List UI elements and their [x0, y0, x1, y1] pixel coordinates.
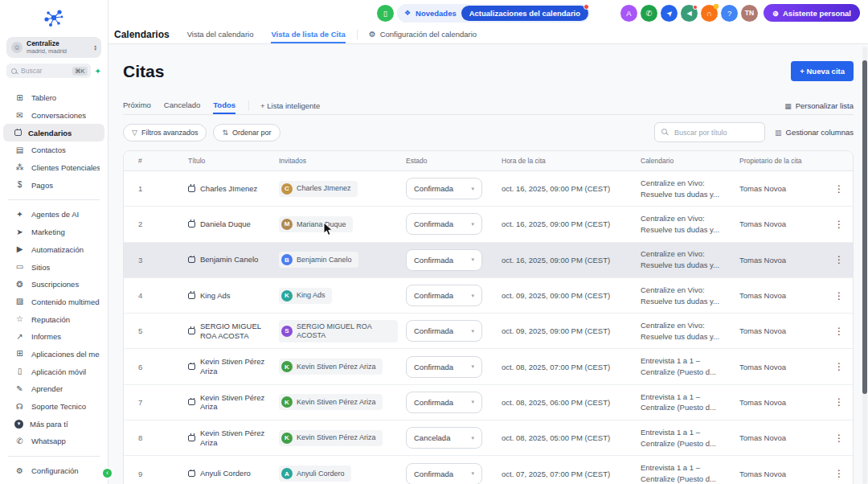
smart-list-button[interactable]: + Lista inteligente [260, 97, 320, 114]
appointment-title-cell[interactable]: Daniela Duque [188, 219, 279, 229]
account-switcher[interactable]: ☺ Centralize madrid, madrid ▴▾ [6, 37, 101, 58]
calendar-name: Centralize en Vivo:Resuelve tus dudas y.… [641, 248, 739, 271]
appointment-title-cell[interactable]: Anyuli Cordero [188, 469, 279, 478]
appointment-title-cell[interactable]: Kevin Stiven Pérez Ariza [188, 429, 279, 448]
invitee-chip[interactable]: SSERGIO MIGUEL ROA ACOSTA [279, 320, 398, 342]
sidebar-item-sitios[interactable]: ▭Sitios [3, 258, 104, 276]
sidebar-item-m-s-para-t[interactable]: ▾Más para tí [3, 415, 104, 433]
appointment-title-cell[interactable]: Charles JImenez [188, 184, 279, 194]
status-select[interactable]: Cancelada▾ [406, 427, 482, 449]
advanced-filters-button[interactable]: ▽ Filtros avanzados [123, 124, 207, 142]
appointments-table: #TítuloInvitadosEstadoHora de la citaCal… [123, 150, 854, 484]
sidebar-item-informes[interactable]: ↗Informes [3, 328, 104, 346]
invitee-chip[interactable]: KKevin Stiven Pérez Ariza [279, 394, 383, 410]
tab-calendar-settings[interactable]: ⚙ Configuración del calendario [369, 26, 477, 43]
sidebar-item-automatizaci-n[interactable]: ▶Automatización [3, 241, 104, 259]
status-select[interactable]: Confirmada▾ [406, 320, 482, 342]
tab-all[interactable]: Todos [213, 97, 235, 114]
appointment-title-cell[interactable]: Kevin Stiven Pérez Ariza [188, 393, 279, 412]
row-menu-button[interactable]: ⋮ [829, 290, 854, 301]
appointment-title-cell[interactable]: Kevin Stiven Pérez Ariza [188, 357, 279, 376]
scrollbar-thumb[interactable] [862, 60, 867, 394]
tab-appointment-list-view[interactable]: Vista de lista de Cita [271, 26, 345, 43]
sidebar-item-calendarios[interactable]: Calendarios [3, 124, 104, 142]
top-header: ▯ ❖ Novedades Actualizaciones del calend… [108, 0, 868, 26]
sidebar-collapse-button[interactable]: ‹ [101, 467, 113, 479]
row-menu-button[interactable]: ⋮ [829, 219, 854, 230]
invitee-avatar: K [281, 433, 293, 444]
row-menu-button[interactable]: ⋮ [829, 183, 854, 195]
invitee-chip[interactable]: KKevin Stiven Pérez Ariza [279, 359, 383, 375]
status-select[interactable]: Confirmada▾ [406, 392, 482, 413]
rocket-icon[interactable]: ➤ [661, 5, 678, 22]
invitee-chip[interactable]: KKevin Stiven Pérez Ariza [279, 430, 383, 446]
tab-upcoming[interactable]: Próximo [123, 97, 151, 114]
status-select[interactable]: Confirmada▾ [406, 249, 482, 271]
whats-new-button[interactable]: ❖ Novedades Actualizaciones del calendar… [397, 4, 590, 23]
megaphone-icon[interactable]: ◀ [681, 5, 698, 22]
sidebar-item-soporte-tecnico[interactable]: ☊Soporte Tecnico [3, 398, 104, 416]
invitee-chip[interactable]: MMariana Duque [279, 216, 353, 232]
status-select[interactable]: Confirmada▾ [406, 285, 482, 306]
mobile-preview-icon[interactable]: ▯ [377, 5, 394, 22]
new-appointment-button[interactable]: + Nueva cita [791, 61, 854, 81]
row-menu-button[interactable]: ⋮ [829, 254, 854, 265]
row-menu-button[interactable]: ⋮ [829, 468, 854, 479]
sidebar-item-aprender[interactable]: ✎Aprender [3, 380, 104, 398]
invitee-name: Mariana Duque [297, 220, 346, 229]
sidebar-item-marketing[interactable]: ➤Marketing [3, 224, 104, 241]
sidebar-item-tablero[interactable]: ⊞Tablero [3, 89, 104, 107]
sidebar-item-pagos[interactable]: $Pagos [3, 176, 104, 194]
status-select[interactable]: Confirmada▾ [406, 178, 482, 199]
row-menu-button[interactable]: ⋮ [829, 326, 854, 337]
sidebar-item-configuraci-n[interactable]: ⚙Configuración [3, 462, 104, 480]
tab-cancelled[interactable]: Cancelado [164, 97, 200, 114]
sort-by-button[interactable]: ⇅ Ordenar por [213, 124, 280, 142]
phone-icon[interactable]: ✆ [641, 5, 657, 22]
appointment-title-cell[interactable]: King Ads [188, 291, 279, 301]
sidebar-item-reputaci-n[interactable]: ☆Reputación [3, 310, 104, 328]
sidebar-item-aplicaci-n-m-vil[interactable]: ▯Aplicación móvil [3, 363, 104, 380]
filter-icon: ▽ [132, 129, 137, 137]
status-select[interactable]: Confirmada▾ [406, 463, 482, 484]
app-logo-icon[interactable] [0, 0, 108, 35]
row-menu-button[interactable]: ⋮ [829, 361, 854, 372]
sidebar-item-agentes-de-ai[interactable]: ✦Agentes de AI [3, 206, 104, 224]
appointment-title-cell[interactable]: SERGIO MIGUEL ROA ACOSTA [188, 322, 279, 341]
invitee-chip[interactable]: BBenjamin Canelo [279, 252, 358, 268]
column-header: Calendario [641, 157, 739, 165]
sidebar-item-label: Aplicaciones del mercado [31, 350, 100, 359]
bell-icon[interactable]: ∩ [701, 5, 718, 22]
sidebar-item-contactos[interactable]: ▤Contactos [3, 142, 104, 159]
calendar-name: Centralize en Vivo:Resuelve tus dudas y.… [641, 285, 739, 307]
personalize-list-button[interactable]: ▦ Personalizar lista [784, 97, 854, 114]
row-menu-button[interactable]: ⋮ [829, 433, 854, 444]
invitee-chip[interactable]: AAnyuli Cordero [279, 466, 351, 482]
sidebar-item-suscripciones[interactable]: ❂Suscripciones [3, 276, 104, 293]
send-icon: ➤ [14, 228, 25, 236]
status-select[interactable]: Confirmada▾ [406, 213, 482, 235]
calendar-updates-pill[interactable]: Actualizaciones del calendario [461, 6, 588, 21]
calendar-icon [188, 293, 195, 299]
personal-assistant-button[interactable]: ⊕ Asistente personal [764, 4, 860, 22]
user-avatar[interactable]: TN [741, 5, 758, 22]
translate-icon[interactable]: A [620, 5, 637, 22]
search-input[interactable]: Buscar ⌘K [6, 64, 91, 78]
ai-sparkle-icon[interactable]: ✦ [95, 67, 101, 76]
sidebar-item-whatsapp[interactable]: ✆Whatsapp [3, 433, 104, 450]
sidebar-item-aplicaciones-del-mercado[interactable]: ⊞Aplicaciones del mercado [3, 346, 104, 363]
appointment-title-cell[interactable]: Benjamin Canelo [188, 255, 279, 265]
row-menu-button[interactable]: ⋮ [829, 396, 854, 408]
sidebar-item-label: Suscripciones [31, 280, 79, 289]
invitee-chip[interactable]: KKing Ads [279, 288, 332, 304]
sidebar-item-clientes-potenciales[interactable]: ⁂Clientes Potenciales [3, 159, 104, 177]
status-select[interactable]: Confirmada▾ [406, 356, 482, 378]
sidebar-item-conversaciones[interactable]: ✉Conversaciones [3, 107, 104, 125]
help-icon[interactable]: ? [721, 5, 738, 22]
sidebar-item-label: Aplicación móvil [31, 367, 86, 376]
sidebar-item-contenido-multimedia-u[interactable]: ▨Contenido multimedia U... [3, 293, 104, 311]
manage-columns-button[interactable]: ▥ Gestionar columnas [775, 128, 854, 137]
search-by-title-input[interactable] [654, 122, 765, 142]
tab-calendar-view[interactable]: Vista del calendario [187, 26, 254, 43]
invitee-chip[interactable]: CCharles JImenez [279, 181, 358, 197]
